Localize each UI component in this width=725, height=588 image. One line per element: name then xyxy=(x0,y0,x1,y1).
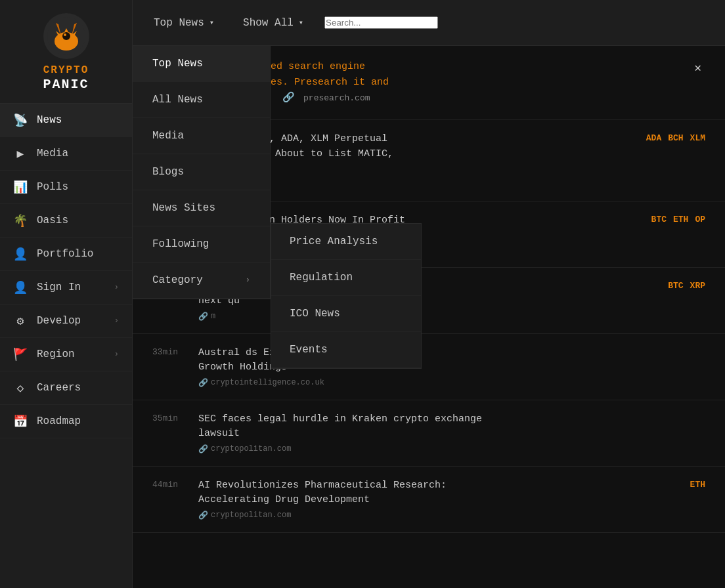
sidebar-item-label: Sign In xyxy=(37,282,105,293)
sidebar-item-roadmap[interactable]: 📅 Roadmap xyxy=(0,405,132,438)
dropdown-item-newssites[interactable]: News Sites xyxy=(133,190,270,226)
dropdown-item-following[interactable]: Following xyxy=(133,226,270,262)
news-title: SEC faces legal hurdle in Kraken crypto … xyxy=(198,412,692,442)
svg-point-5 xyxy=(62,32,70,40)
category-item-label: Regulation xyxy=(290,272,353,284)
sidebar-item-careers[interactable]: ◇ Careers xyxy=(0,371,132,405)
news-content: AI Revolutionizes Pharmaceutical Researc… xyxy=(198,478,677,520)
news-icon: 📡 xyxy=(13,113,28,127)
news-source: 🔗 cryptointelligence.co.uk xyxy=(198,378,692,388)
sidebar-item-label: Oasis xyxy=(37,215,119,226)
news-tag[interactable]: XRP xyxy=(690,281,705,291)
news-tag[interactable]: ETH xyxy=(673,215,688,224)
news-time: 44min xyxy=(152,478,185,490)
main: Top News ▾ Show All ▾ rch is a decentral… xyxy=(133,0,725,588)
logo-text: CRYPTO PANIC xyxy=(43,64,89,93)
dropdown-item-media[interactable]: Media xyxy=(133,118,270,154)
sidebar-item-develop[interactable]: ⚙ Develop › xyxy=(0,304,132,338)
dropdown-item-blogs[interactable]: Blogs xyxy=(133,154,270,190)
news-tag[interactable]: ADA xyxy=(646,133,661,143)
sidebar-item-label: Portfolio xyxy=(37,248,119,260)
sidebar-item-label: Region xyxy=(37,348,105,360)
dropdown-item-label: Media xyxy=(152,130,184,142)
topnews-button[interactable]: Top News ▾ xyxy=(146,12,222,34)
news-source: 🔗 cryptopolitan.com xyxy=(198,444,692,454)
news-time: 35min xyxy=(152,412,185,423)
news-item[interactable]: 44min AI Revolutionizes Pharmaceutical R… xyxy=(133,467,725,533)
sidebar-item-label: Polls xyxy=(37,181,119,193)
news-tag[interactable]: OP xyxy=(695,215,705,224)
logo-panic: PANIC xyxy=(43,77,89,93)
sidebar-item-portfolio[interactable]: 👤 Portfolio xyxy=(0,238,132,271)
category-subdropdown: Price AnalysisRegulationICO NewsEvents xyxy=(271,223,422,369)
dropdown-item-category[interactable]: Category › xyxy=(133,262,270,299)
promo-close-button[interactable]: ✕ xyxy=(690,59,705,76)
category-item-label: Events xyxy=(290,344,328,356)
sidebar-arrow-icon: › xyxy=(114,283,119,292)
news-tags: ETH xyxy=(690,478,705,490)
dropdown-item-label: News Sites xyxy=(152,202,215,214)
topbar: Top News ▾ Show All ▾ xyxy=(133,0,725,46)
sidebar-item-label: Media xyxy=(37,148,119,159)
media-icon: ▶ xyxy=(13,146,28,161)
sidebar-item-polls[interactable]: 📊 Polls xyxy=(0,171,132,204)
category-item-label: Price Analysis xyxy=(290,236,378,247)
signin-icon: 👤 xyxy=(13,280,28,295)
dropdown-item-label: Blogs xyxy=(152,166,184,178)
sidebar-item-signin[interactable]: 👤 Sign In › xyxy=(0,271,132,304)
dropdown-item-label: Following xyxy=(152,238,209,250)
category-item-events[interactable]: Events xyxy=(271,332,421,368)
sidebar-item-oasis[interactable]: 🌴 Oasis xyxy=(0,204,132,238)
news-tags: BTCXRP xyxy=(668,280,705,291)
develop-icon: ⚙ xyxy=(13,314,28,328)
showall-button[interactable]: Show All ▾ xyxy=(235,12,311,34)
svg-point-6 xyxy=(64,33,66,36)
news-tag[interactable]: BCH xyxy=(668,133,683,143)
sidebar-item-label: Develop xyxy=(37,315,105,327)
showall-label: Show All xyxy=(243,17,294,29)
sidebar: CRYPTO PANIC 📡 News ▶ Media 📊 Polls 🌴 Oa… xyxy=(0,0,133,588)
topnews-label: Top News xyxy=(154,17,204,29)
sidebar-item-label: Roadmap xyxy=(37,415,119,427)
link-icon: 🔗 xyxy=(282,93,295,104)
news-tag[interactable]: ETH xyxy=(690,480,705,490)
category-item-label: ICO News xyxy=(290,308,340,320)
logo-area: CRYPTO PANIC xyxy=(0,0,132,104)
news-tags: ADABCHXLM xyxy=(646,132,705,143)
roadmap-icon: 📅 xyxy=(13,414,28,429)
dropdown-item-label: All News xyxy=(152,94,203,106)
topnews-dropdown: Top News All News Media Blogs News Sites… xyxy=(133,46,271,299)
sidebar-item-news[interactable]: 📡 News xyxy=(0,104,132,137)
sidebar-item-label: Careers xyxy=(37,382,119,394)
search-input[interactable] xyxy=(324,16,438,29)
news-title: AI Revolutionizes Pharmaceutical Researc… xyxy=(198,478,677,508)
sidebar-arrow-icon: › xyxy=(114,350,119,359)
dropdown-item-label: Category xyxy=(152,274,203,286)
category-item-regulation[interactable]: Regulation xyxy=(271,260,421,296)
promo-link[interactable]: presearch.com xyxy=(303,93,370,103)
sidebar-arrow-icon: › xyxy=(114,316,119,326)
news-source: 🔗 m xyxy=(198,312,655,322)
news-item[interactable]: 33min Austral ds Experience ExplosiveGro… xyxy=(133,334,725,400)
dropdown-arrow-icon: › xyxy=(246,276,250,285)
news-tag[interactable]: BTC xyxy=(651,215,667,224)
news-source: 🔗 cryptopolitan.com xyxy=(198,511,677,520)
source-link-icon: 🔗 xyxy=(198,444,208,454)
news-content: SEC faces legal hurdle in Kraken crypto … xyxy=(198,412,692,454)
dropdown-item-topnews[interactable]: Top News xyxy=(133,46,270,82)
logo-icon xyxy=(43,13,89,59)
category-item-ico-news[interactable]: ICO News xyxy=(271,296,421,332)
oasis-icon: 🌴 xyxy=(13,213,28,228)
topnews-arrow-icon: ▾ xyxy=(209,18,214,28)
sidebar-nav: 📡 News ▶ Media 📊 Polls 🌴 Oasis 👤 Portfol… xyxy=(0,104,132,438)
news-tag[interactable]: XLM xyxy=(690,133,705,143)
showall-arrow-icon: ▾ xyxy=(299,18,303,28)
sidebar-item-region[interactable]: 🚩 Region › xyxy=(0,338,132,371)
dropdown-item-allnews[interactable]: All News xyxy=(133,82,270,118)
category-item-price-analysis[interactable]: Price Analysis xyxy=(271,224,421,260)
news-item[interactable]: 35min SEC faces legal hurdle in Kraken c… xyxy=(133,400,725,467)
source-link-icon: 🔗 xyxy=(198,312,208,322)
news-tag[interactable]: BTC xyxy=(668,281,683,291)
sidebar-item-media[interactable]: ▶ Media xyxy=(0,137,132,171)
source-link-icon: 🔗 xyxy=(198,378,208,388)
